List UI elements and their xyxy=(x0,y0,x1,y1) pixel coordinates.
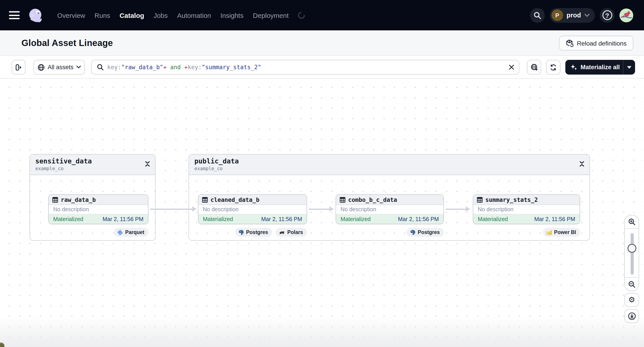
kind-badge-parquet[interactable]: Parquet xyxy=(114,228,148,237)
search-query-text: key:"raw_data_b"+ and +key:"summary_stat… xyxy=(107,64,261,70)
kind-badge-postgres[interactable]: Postgres xyxy=(235,228,272,237)
edge-raw-data-b-to-cleaned-data-b xyxy=(150,209,192,210)
kind-badge-label: Postgres xyxy=(418,230,440,235)
asset-search-input[interactable]: key:"raw_data_b"+ and +key:"summary_stat… xyxy=(91,60,519,75)
table-icon xyxy=(340,197,346,203)
zoom-slider-handle[interactable] xyxy=(628,244,636,253)
refresh-button[interactable] xyxy=(546,60,560,75)
zoom-in-button[interactable] xyxy=(625,215,639,229)
asset-status-row: Materialized Mar 2, 11:56 PM xyxy=(336,214,443,224)
nav-item-jobs[interactable]: Jobs xyxy=(154,11,168,19)
asset-status-row: Materialized Mar 2, 11:56 PM xyxy=(473,214,580,224)
reload-definitions-label: Reload definitions xyxy=(577,39,626,47)
dagster-logo-icon[interactable] xyxy=(27,7,44,24)
gear-icon: ⚙ xyxy=(628,296,635,304)
polars-icon xyxy=(279,230,285,235)
open-sidebar-button[interactable] xyxy=(12,60,26,75)
kind-badge-label: Postgres xyxy=(246,230,268,235)
collapse-group-button[interactable] xyxy=(145,161,150,167)
sparkles-icon xyxy=(570,64,578,71)
kind-badge-powerbi[interactable]: Power BI xyxy=(543,228,580,237)
asset-node-header: cleaned_data_b xyxy=(198,195,306,205)
chevron-down-icon xyxy=(77,66,81,69)
kind-badge-polars[interactable]: Polars xyxy=(276,228,307,237)
materialize-options-button[interactable] xyxy=(623,60,635,75)
parquet-icon xyxy=(117,229,123,235)
asset-description: No description xyxy=(198,205,306,214)
deployment-name: prod xyxy=(567,11,581,19)
query-logic-token: and xyxy=(167,64,184,70)
hamburger-menu-icon[interactable] xyxy=(9,11,20,19)
page-title: Global Asset Lineage xyxy=(22,38,113,48)
chevron-down-icon xyxy=(584,14,590,17)
query-value-token: "summary_stats_2" xyxy=(202,64,261,70)
collapse-icon xyxy=(145,161,150,167)
asset-node-combo-b-c-data[interactable]: combo_b_c_data No description Materializ… xyxy=(336,194,444,224)
status-badge: Materialized xyxy=(203,216,233,222)
group-header[interactable]: sensitive_data example_co xyxy=(30,155,155,175)
asset-description: No description xyxy=(336,205,443,214)
edge-combo-b-c-data-to-summary-stats-2 xyxy=(446,209,466,210)
asset-name: raw_data_b xyxy=(61,196,96,203)
asset-name: summary_stats_2 xyxy=(485,196,538,203)
globe-icon xyxy=(37,64,44,71)
nav-item-deployment[interactable]: Deployment xyxy=(253,11,289,19)
deployment-avatar: P xyxy=(552,9,563,21)
view-scope-button[interactable] xyxy=(527,60,541,75)
deployment-switcher[interactable]: P prod xyxy=(550,8,595,22)
postgres-icon xyxy=(410,229,416,235)
asset-scope-dropdown[interactable]: All assets xyxy=(34,60,85,75)
status-badge: Materialized xyxy=(340,216,371,222)
graph-settings-button[interactable]: ⚙ xyxy=(624,293,639,307)
lineage-canvas[interactable]: sensitive_data example_co public_data ex… xyxy=(0,79,644,347)
materialization-timestamp[interactable]: Mar 2, 11:56 PM xyxy=(102,216,144,222)
collapse-group-button[interactable] xyxy=(579,161,584,167)
asset-kind-badges: Power BI xyxy=(473,228,580,237)
page-header: Global Asset Lineage Reload definitions xyxy=(0,30,644,56)
asset-kind-badges: Postgres Polars xyxy=(198,228,307,237)
asset-node-raw-data-b[interactable]: raw_data_b No description Materialized M… xyxy=(48,194,148,224)
loading-spinner-icon xyxy=(297,10,306,20)
edge-cleaned-data-b-to-combo-b-c-data xyxy=(309,209,330,210)
asset-node-header: summary_stats_2 xyxy=(473,195,580,205)
query-value-token: "raw_data_b" xyxy=(121,64,163,70)
search-button[interactable] xyxy=(530,8,545,22)
asset-node-header: raw_data_b xyxy=(49,195,148,205)
materialize-all-label: Materialize all xyxy=(580,64,620,70)
nav-item-catalog[interactable]: Catalog xyxy=(120,11,144,19)
dagster-app: Overview Runs Catalog Jobs Automation In… xyxy=(0,0,644,347)
kind-badge-postgres[interactable]: Postgres xyxy=(407,228,444,237)
status-badge: Materialized xyxy=(478,216,508,222)
asset-node-summary-stats-2[interactable]: summary_stats_2 No description Materiali… xyxy=(473,194,580,224)
reload-definitions-button[interactable]: Reload definitions xyxy=(559,36,633,50)
asset-kind-badges: Postgres xyxy=(336,228,444,237)
table-icon xyxy=(52,197,58,203)
collapse-icon xyxy=(579,161,584,167)
query-op-token: + xyxy=(184,64,188,70)
group-title: sensitive_data xyxy=(35,157,150,165)
materialize-all-split-button: Materialize all xyxy=(565,60,635,75)
download-icon xyxy=(628,312,636,320)
caret-down-icon xyxy=(627,66,632,68)
materialization-timestamp[interactable]: Mar 2, 11:56 PM xyxy=(261,216,302,222)
zoom-in-icon xyxy=(628,218,635,225)
clear-search-button[interactable] xyxy=(508,64,514,70)
user-avatar[interactable] xyxy=(620,8,633,22)
kind-badge-label: Parquet xyxy=(125,230,144,235)
materialization-timestamp[interactable]: Mar 2, 11:56 PM xyxy=(534,216,575,222)
zoom-slider-track[interactable] xyxy=(630,233,634,275)
materialization-timestamp[interactable]: Mar 2, 11:56 PM xyxy=(398,216,439,222)
asset-node-cleaned-data-b[interactable]: cleaned_data_b No description Materializ… xyxy=(198,194,307,224)
zoom-out-button[interactable] xyxy=(625,277,639,291)
nav-item-automation[interactable]: Automation xyxy=(177,11,211,19)
group-header[interactable]: public_data example_co xyxy=(189,155,590,175)
materialize-all-button[interactable]: Materialize all xyxy=(565,60,623,75)
download-graph-button[interactable] xyxy=(624,309,639,323)
group-code-location: example_co xyxy=(194,166,584,171)
nav-item-runs[interactable]: Runs xyxy=(94,11,110,19)
help-button[interactable]: ? xyxy=(600,8,614,22)
nav-item-insights[interactable]: Insights xyxy=(220,11,243,19)
group-title: public_data xyxy=(194,157,584,165)
asset-status-row: Materialized Mar 2, 11:56 PM xyxy=(198,214,306,224)
nav-item-overview[interactable]: Overview xyxy=(57,11,85,19)
